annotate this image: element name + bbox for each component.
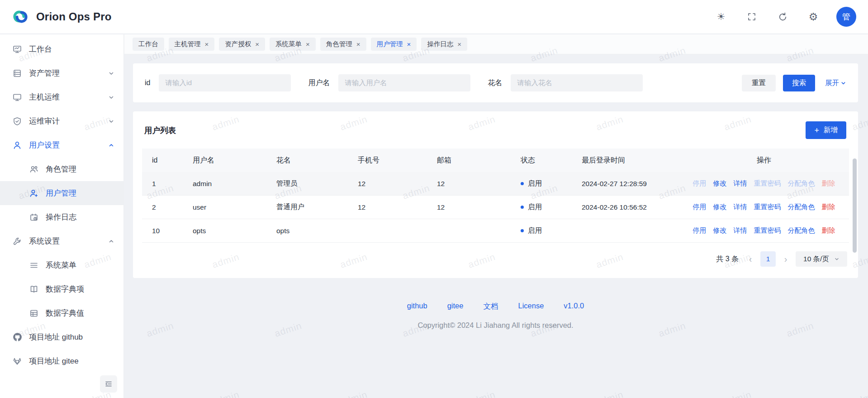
chevron-down-icon [834,256,840,262]
sidebar-item-label: 项目地址 gitee [29,356,79,366]
action-reset-password[interactable]: 重置密码 [754,203,781,211]
sidebar-item-label: 用户设置 [29,140,60,150]
table-row: 10 opts opts 启用 停用 修改 详情 重置密码 分配角色 删除 [142,219,849,243]
sidebar-item-label: 操作日志 [46,212,76,222]
action-edit[interactable]: 修改 [713,203,727,211]
close-icon[interactable]: × [407,41,411,48]
tab-label: 主机管理 [175,40,201,48]
sidebar-item-github[interactable]: 项目地址 github [0,325,123,349]
cell-last-login: 2024-02-27 12:28:59 [582,180,679,188]
action-delete[interactable]: 删除 [822,203,835,211]
id-label: id [145,79,150,87]
footer-link-github[interactable]: github [407,302,427,312]
tab-operation-log[interactable]: 操作日志 × [421,38,467,51]
sidebar-item-asset-management[interactable]: 资产管理 [0,61,123,85]
app-title: Orion Ops Pro [36,10,112,23]
action-delete[interactable]: 删除 [822,226,835,235]
cell-username: opts [193,227,276,235]
action-detail[interactable]: 详情 [734,179,747,188]
sidebar-item-label: 数据字典项 [46,284,84,294]
gitee-icon [12,356,22,366]
action-detail[interactable]: 详情 [734,203,747,211]
tab-workbench[interactable]: 工作台 [133,38,164,51]
search-button[interactable]: 搜索 [783,75,815,91]
nickname-input[interactable] [511,74,643,91]
tab-asset-authorization[interactable]: 资产授权 × [219,38,265,51]
action-detail[interactable]: 详情 [734,226,747,235]
pagination: 共 3 条 ‹ 1 › 10 条/页 [142,251,849,267]
tab-label: 系统菜单 [275,40,302,48]
sidebar-item-operation-log[interactable]: 操作日志 [0,205,123,229]
field-username: 用户名 [308,74,470,91]
sidebar-item-workbench[interactable]: 工作台 [0,37,123,61]
tab-system-menu[interactable]: 系统菜单 × [270,38,316,51]
sidebar: 工作台 资产管理 主机运维 运维审计 用户设置 [0,34,124,398]
table-grid-icon [29,308,39,318]
table-row: 2 user 普通用户 12 12 启用 2024-02-26 10:56:52… [142,196,849,219]
chevron-down-icon [840,80,846,86]
tab-label: 操作日志 [427,40,453,48]
action-assign-role[interactable]: 分配角色 [788,226,815,235]
tab-role-management[interactable]: 角色管理 × [320,38,366,51]
action-reset-password[interactable]: 重置密码 [754,226,781,235]
copyright-text: Copyright© 2024 Li Jiahang All rights re… [133,321,858,330]
close-icon[interactable]: × [255,41,259,48]
sidebar-item-system-menu[interactable]: 系统菜单 [0,253,123,277]
column-header-id: id [152,156,193,164]
sidebar-item-system-settings[interactable]: 系统设置 [0,229,123,253]
next-page-icon[interactable]: › [781,254,790,264]
close-icon[interactable]: × [205,41,209,48]
table-scrollbar[interactable] [853,158,857,253]
footer-link-gitee[interactable]: gitee [447,302,464,312]
sidebar-collapse-button[interactable] [100,375,117,393]
expand-toggle[interactable]: 展开 [825,78,846,88]
chevron-down-icon [108,70,114,77]
action-edit[interactable]: 修改 [713,226,727,235]
user-avatar[interactable]: 管 [836,7,856,27]
action-edit[interactable]: 修改 [713,179,727,188]
footer-link-license[interactable]: License [518,302,544,312]
sidebar-item-ops-audit[interactable]: 运维审计 [0,109,123,133]
status-badge: 启用 [521,202,582,212]
sidebar-item-data-dict-value[interactable]: 数据字典值 [0,301,123,325]
tab-bar: 工作台 主机管理 × 资产授权 × 系统菜单 × 角色管理 × 用户管理 × 操… [124,34,868,54]
sidebar-item-gitee[interactable]: 项目地址 gitee [0,349,123,373]
footer-link-docs[interactable]: 文档 [483,302,498,312]
header-actions: ☀ ⚙ 管 [713,7,868,27]
close-icon[interactable]: × [356,41,360,48]
action-assign-role: 分配角色 [788,179,815,188]
menu-lines-icon [29,260,39,270]
id-input[interactable] [159,74,291,91]
cell-username: admin [193,180,276,188]
workbench-icon [12,44,22,54]
page-size-select[interactable]: 10 条/页 [796,251,847,267]
action-assign-role[interactable]: 分配角色 [788,203,815,211]
action-disable[interactable]: 停用 [693,226,707,235]
sidebar-item-label: 项目地址 github [29,332,83,342]
refresh-icon[interactable] [775,9,790,24]
close-icon[interactable]: × [306,41,310,48]
prev-page-icon[interactable]: ‹ [746,254,755,264]
username-input[interactable] [338,74,470,91]
sidebar-item-user-settings[interactable]: 用户设置 [0,133,123,157]
tab-label: 用户管理 [377,40,403,48]
sidebar-item-role-management[interactable]: 角色管理 [0,157,123,181]
sidebar-item-data-dict-item[interactable]: 数据字典项 [0,277,123,301]
status-badge: 启用 [521,226,582,235]
add-user-button[interactable]: + 新增 [806,121,846,139]
tab-user-management[interactable]: 用户管理 × [371,38,417,51]
action-disable[interactable]: 停用 [693,203,707,211]
action-reset-password: 重置密码 [754,179,781,188]
fullscreen-icon[interactable] [744,9,759,24]
tab-host-management[interactable]: 主机管理 × [169,38,215,51]
pagination-total: 共 3 条 [716,254,739,264]
sidebar-item-user-management[interactable]: 用户管理 [0,181,123,205]
page-number-1[interactable]: 1 [760,251,776,267]
settings-gear-icon[interactable]: ⚙ [806,9,821,24]
reset-button[interactable]: 重置 [742,75,776,91]
footer-link-version[interactable]: v1.0.0 [564,302,584,312]
theme-toggle-icon[interactable]: ☀ [713,9,729,24]
close-icon[interactable]: × [457,41,461,48]
sidebar-item-host-ops[interactable]: 主机运维 [0,85,123,109]
sidebar-item-label: 系统菜单 [46,260,76,270]
